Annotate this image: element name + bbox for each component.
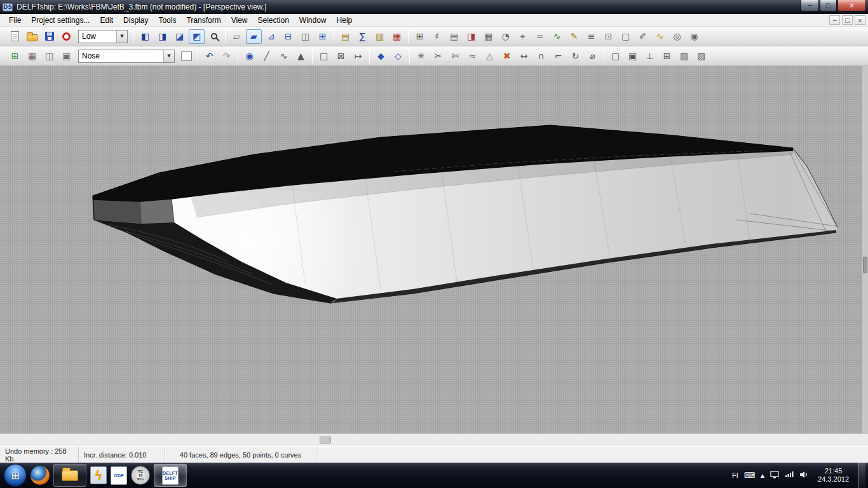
layers-button[interactable]: ▢: [618, 29, 634, 44]
normals-button[interactable]: ▧: [676, 49, 692, 64]
profile-view-button[interactable]: ⊞: [315, 29, 330, 44]
kaper-resistance-button[interactable]: ▦: [389, 29, 405, 44]
mirror-button[interactable]: ◇: [390, 49, 406, 64]
mdi-restore-button[interactable]: ▢: [842, 15, 853, 25]
add-window-button[interactable]: ⊞: [7, 49, 23, 64]
zebra-shading-button[interactable]: ◩: [189, 29, 205, 44]
rotate-button[interactable]: ↻: [567, 49, 583, 64]
menu-tools[interactable]: Tools: [153, 15, 181, 26]
firefox-taskbar-icon[interactable]: [31, 464, 50, 487]
horizontal-scrollbar[interactable]: [0, 433, 868, 446]
split-button[interactable]: ✄: [447, 49, 463, 64]
background-image-button[interactable]: ▦: [24, 49, 40, 64]
start-button[interactable]: ⊞: [4, 464, 27, 487]
deselect-all-button[interactable]: ⊠: [333, 49, 349, 64]
keyboard-icon[interactable]: ⌨: [744, 471, 755, 480]
intersections-button[interactable]: ⊞: [412, 29, 428, 44]
zoom-extents-button[interactable]: [206, 29, 222, 44]
markers-button[interactable]: ✎: [566, 29, 582, 44]
menu-edit[interactable]: Edit: [95, 15, 118, 26]
resistance-button[interactable]: ▥: [372, 29, 388, 44]
grid-button[interactable]: ⊞: [659, 49, 675, 64]
waterlines-button[interactable]: ▦: [480, 29, 496, 44]
menu-project-settings[interactable]: Project settings...: [26, 15, 95, 26]
show-desktop-button[interactable]: [858, 463, 865, 488]
print-button[interactable]: ◫: [41, 49, 57, 64]
layer-color-swatch[interactable]: [179, 49, 194, 64]
curvature-plot-button[interactable]: ∿: [652, 29, 668, 44]
remove-button[interactable]: ✖: [499, 49, 515, 64]
hydrostatics-table-button[interactable]: ▤: [337, 29, 353, 44]
gaussian-curvature-button[interactable]: ◪: [172, 29, 187, 44]
extrude-button[interactable]: ⌐: [550, 49, 566, 64]
align-points-button[interactable]: ▢: [607, 49, 623, 64]
plan-view-button[interactable]: ⊟: [280, 29, 296, 44]
menu-file[interactable]: File: [4, 15, 26, 26]
flowlines-button[interactable]: ∿: [549, 29, 565, 44]
box-select-button[interactable]: □: [316, 49, 332, 64]
buttocks-button[interactable]: ◨: [463, 29, 479, 44]
intersect-button[interactable]: ▣: [625, 49, 641, 64]
background-blend-button[interactable]: ≡: [583, 29, 599, 44]
split-edge-button[interactable]: ╱: [259, 49, 275, 64]
menu-display[interactable]: Display: [118, 15, 153, 26]
menu-help[interactable]: Help: [332, 15, 358, 26]
delftship-home-button[interactable]: [58, 29, 74, 44]
shade-solid-button[interactable]: ◧: [137, 29, 153, 44]
hull-3d-model[interactable]: [0, 66, 862, 433]
measure-button[interactable]: ⌖: [515, 29, 531, 44]
new-file-button[interactable]: [7, 29, 23, 44]
mdi-minimize-button[interactable]: −: [829, 15, 840, 25]
lightning-app-icon[interactable]: ϟ: [90, 464, 107, 487]
shaded-view-button[interactable]: ▰: [246, 29, 262, 44]
horizontal-scrollbar-thumb[interactable]: [320, 437, 331, 444]
precision-dropdown-arrow-icon[interactable]: [116, 30, 127, 43]
perspective-viewport[interactable]: [0, 66, 862, 433]
display-tray-icon[interactable]: [770, 471, 779, 480]
menu-selection[interactable]: Selection: [252, 15, 294, 26]
title-bar[interactable]: DS DELFTship: E:\Works\FBM\JetB_3.fbm (n…: [0, 0, 868, 14]
layer-dropdown-arrow-icon[interactable]: [163, 50, 174, 62]
pen-button[interactable]: ✐: [635, 29, 651, 44]
wireframe-view-button[interactable]: ▱: [229, 29, 245, 44]
edges-button[interactable]: ▨: [693, 49, 709, 64]
precision-combobox[interactable]: Low: [78, 30, 128, 43]
bodyplan-view-button[interactable]: ◫: [297, 29, 313, 44]
delftship-taskbar-icon[interactable]: DELFTSHIP: [154, 464, 187, 487]
odf-app-icon[interactable]: ODF: [111, 464, 127, 487]
stations-button[interactable]: ▤: [446, 29, 462, 44]
crop-button[interactable]: ⊡: [600, 29, 616, 44]
open-file-button[interactable]: [24, 29, 40, 44]
new-face-button[interactable]: ▲: [293, 49, 309, 64]
redo-button[interactable]: ↷: [219, 49, 234, 64]
polygon-button[interactable]: △: [482, 49, 498, 64]
diagonals-button[interactable]: ◔: [498, 29, 513, 44]
menu-window[interactable]: Window: [294, 15, 332, 26]
vertical-scrollbar-thumb[interactable]: [863, 257, 867, 273]
active-layer-combobox[interactable]: Nose: [78, 50, 175, 63]
collapse-button[interactable]: ↦: [350, 49, 366, 64]
minimize-button[interactable]: −: [801, 0, 819, 11]
mdi-close-button[interactable]: ×: [855, 15, 865, 25]
vertical-scrollbar[interactable]: [862, 66, 868, 433]
lock-points-button[interactable]: ∩: [533, 49, 549, 64]
show-all-points-button[interactable]: ✳: [413, 49, 429, 64]
shade-developable-button[interactable]: ◨: [154, 29, 170, 44]
design-hydrostatics-button[interactable]: ∑: [355, 29, 370, 44]
volume-tray-icon[interactable]: [799, 471, 808, 480]
cut-button[interactable]: ✂: [430, 49, 446, 64]
linesplan-button[interactable]: ≈: [532, 29, 548, 44]
move-button[interactable]: ↔: [516, 49, 532, 64]
menu-view[interactable]: View: [226, 15, 253, 26]
visibility-button[interactable]: ◉: [686, 29, 702, 44]
add-curve-button[interactable]: ∿: [276, 49, 292, 64]
network-tray-icon[interactable]: [785, 471, 794, 480]
tray-expand-icon[interactable]: ▴: [761, 471, 764, 480]
project-button[interactable]: ⊥: [642, 49, 658, 64]
menu-transform[interactable]: Transform: [181, 15, 226, 26]
save-file-button[interactable]: [41, 29, 57, 44]
circles-button[interactable]: ◎: [669, 29, 685, 44]
tc18-app-icon[interactable]: TC18Pro: [131, 464, 150, 487]
insert-plane-button[interactable]: ◆: [373, 49, 389, 64]
explorer-taskbar-icon[interactable]: [53, 464, 86, 487]
